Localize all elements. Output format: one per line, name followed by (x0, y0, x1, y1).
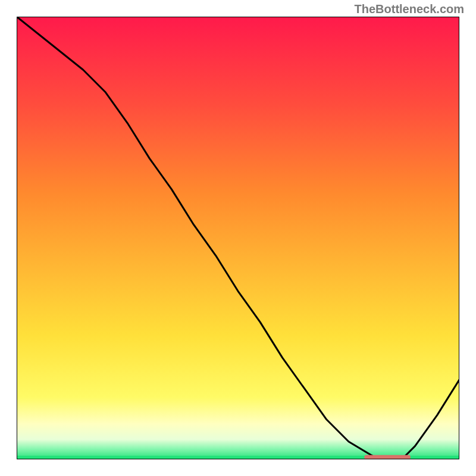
chart-container (17, 17, 459, 459)
bottleneck-chart (17, 17, 459, 459)
chart-background (17, 17, 459, 459)
watermark-text: TheBottleneck.com (355, 2, 464, 16)
